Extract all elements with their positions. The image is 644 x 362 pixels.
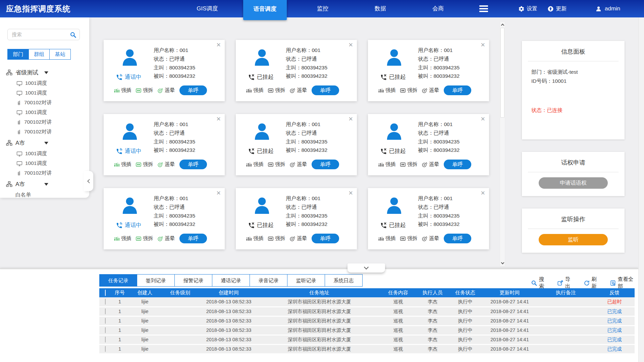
search-input[interactable] [12,32,68,37]
page-scrollbar[interactable] [638,17,644,362]
sidebar-collapse-handle[interactable] [84,171,93,191]
scrollbar-thumb[interactable] [500,28,504,118]
row-checkbox[interactable] [105,318,106,324]
record-tab[interactable]: 报警记录 [174,274,212,287]
record-tab[interactable]: 签到记录 [137,274,175,287]
tree-item[interactable]: 1001调度 [6,78,89,88]
remote-stun-button[interactable]: 遥晕 [422,161,439,168]
force-insert-button[interactable]: 强插 [114,87,131,94]
force-release-button[interactable]: 强拆 [400,161,417,168]
settings-button[interactable]: 设置 [518,5,537,12]
force-insert-button[interactable]: 强插 [378,161,395,168]
user-menu[interactable]: admin [595,0,620,17]
row-checkbox[interactable] [105,308,106,314]
single-call-button[interactable]: 单呼 [444,85,471,95]
remote-stun-button[interactable]: 遥晕 [289,235,307,242]
caret-down-icon[interactable] [44,71,48,76]
update-button[interactable]: 更新 [547,5,567,12]
table-tool-button[interactable]: 刷新 [584,276,602,290]
nav-tab[interactable]: 监控 [294,0,352,17]
menu-icon[interactable] [467,0,500,17]
force-insert-button[interactable]: 强插 [246,87,263,94]
tree-item[interactable]: 省级测试 [6,66,66,78]
nav-tab[interactable]: GIS调度 [178,0,236,17]
tree-item[interactable]: A市 [6,178,66,190]
select-all-checkbox[interactable] [105,290,106,296]
force-insert-button[interactable]: 强插 [246,161,263,168]
row-checkbox[interactable] [105,337,106,343]
tree-item[interactable]: 1001调度 [6,149,89,159]
nav-tab[interactable]: 会商 [409,0,467,17]
record-tab[interactable]: 监听记录 [287,274,325,287]
tree-item[interactable]: 1001调度 [6,88,89,98]
record-tab[interactable]: 系统日志 [325,274,363,287]
table-tool-button[interactable]: 导出 [557,276,575,290]
remote-stun-button[interactable]: 遥晕 [289,87,307,94]
close-icon[interactable]: × [216,189,221,197]
sidebar-tab[interactable]: 部门 [7,49,29,60]
tree-item[interactable]: 1001调度 [6,108,89,117]
single-call-button[interactable]: 单呼 [179,160,207,169]
close-icon[interactable]: × [216,115,221,123]
close-icon[interactable]: × [481,41,485,49]
caret-down-icon[interactable] [44,142,48,146]
row-checkbox[interactable] [105,299,106,305]
remote-stun-button[interactable]: 遥晕 [422,235,439,242]
close-icon[interactable]: × [216,41,221,49]
tree-item[interactable]: 1001调度 [6,159,89,168]
force-insert-button[interactable]: 强插 [114,235,131,242]
close-icon[interactable]: × [348,115,353,123]
sidebar-tab[interactable]: 基站 [49,49,71,60]
single-call-button[interactable]: 单呼 [444,160,471,169]
apply-talk-right-button[interactable]: 申请话语权 [539,177,608,189]
remote-stun-button[interactable]: 遥晕 [157,87,175,94]
close-icon[interactable]: × [481,115,485,123]
nav-tab[interactable]: 数据 [352,0,409,17]
single-call-button[interactable]: 单呼 [312,85,339,95]
remote-stun-button[interactable]: 遥晕 [157,235,175,242]
force-release-button[interactable]: 强拆 [136,235,153,242]
close-icon[interactable]: × [348,189,353,197]
force-release-button[interactable]: 强拆 [268,87,285,94]
tree-item[interactable]: 700102对讲 [6,117,89,127]
force-insert-button[interactable]: 强插 [114,161,131,168]
table-tool-button[interactable]: 搜索 [531,276,549,290]
remote-stun-button[interactable]: 遥晕 [157,161,175,168]
force-release-button[interactable]: 强拆 [136,87,153,94]
single-call-button[interactable]: 单呼 [179,234,207,243]
force-insert-button[interactable]: 强插 [378,87,395,94]
tree-item[interactable]: 700102对讲 [6,168,89,178]
tree-item[interactable]: 白名单 [6,190,89,200]
close-icon[interactable]: × [348,41,353,49]
monitor-button[interactable]: 监听 [539,234,608,245]
record-tab[interactable]: 通话记录 [212,274,250,287]
force-release-button[interactable]: 强拆 [400,235,417,242]
single-call-button[interactable]: 单呼 [179,85,207,95]
tree-item[interactable]: 700102对讲 [6,98,89,108]
force-insert-button[interactable]: 强插 [246,235,263,242]
row-checkbox[interactable] [105,346,106,352]
table-tool-button[interactable]: 查看全部 [610,276,638,290]
tree-item[interactable]: 700102对讲 [6,127,89,137]
scroll-up-icon[interactable] [500,22,505,27]
single-call-button[interactable]: 单呼 [312,160,339,169]
force-insert-button[interactable]: 强插 [378,235,395,242]
single-call-button[interactable]: 单呼 [444,234,471,243]
remote-stun-button[interactable]: 遥晕 [289,161,307,168]
close-icon[interactable]: × [481,189,485,197]
tree-item[interactable]: A市 [6,137,66,149]
search-icon[interactable] [70,32,76,38]
nav-tab[interactable]: 语音调度 [243,0,287,20]
force-release-button[interactable]: 强拆 [268,161,285,168]
single-call-button[interactable]: 单呼 [312,234,339,243]
record-tab[interactable]: 任务记录 [99,274,137,287]
sidebar-tab[interactable]: 群组 [29,49,50,60]
bottom-panel-toggle[interactable] [347,263,385,273]
force-release-button[interactable]: 强拆 [136,161,153,168]
scroll-down-icon[interactable] [500,261,505,265]
force-release-button[interactable]: 强拆 [400,87,417,94]
remote-stun-button[interactable]: 遥晕 [422,87,439,94]
cards-scrollbar[interactable] [500,21,505,266]
force-release-button[interactable]: 强拆 [268,235,285,242]
caret-down-icon[interactable] [44,183,48,188]
